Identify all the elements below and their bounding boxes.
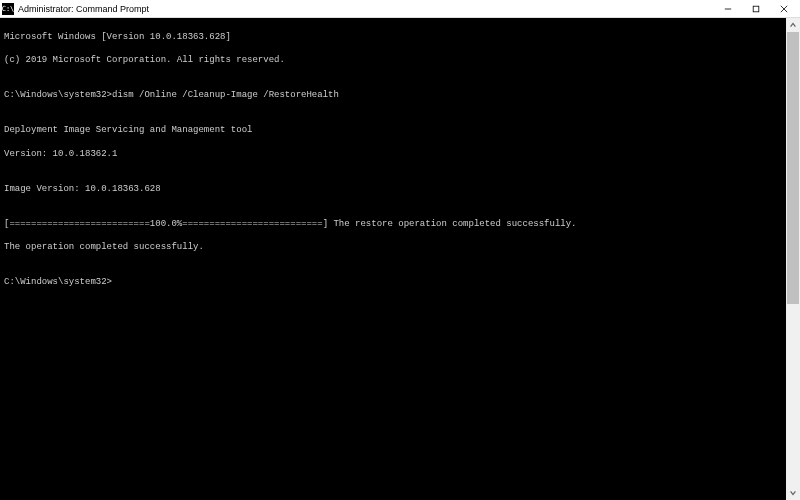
minimize-icon (724, 5, 732, 13)
svg-rect-1 (753, 6, 759, 12)
maximize-button[interactable] (742, 0, 770, 18)
terminal-output: Version: 10.0.18362.1 (4, 149, 796, 161)
close-button[interactable] (770, 0, 798, 18)
terminal-progress: [==========================100.0%=======… (4, 219, 796, 231)
scrollbar-track[interactable] (786, 32, 800, 486)
close-icon (780, 5, 788, 13)
chevron-down-icon (789, 489, 797, 497)
terminal-output: Microsoft Windows [Version 10.0.18363.62… (4, 32, 796, 44)
window-title: Administrator: Command Prompt (18, 4, 714, 14)
chevron-up-icon (789, 21, 797, 29)
vertical-scrollbar[interactable] (786, 18, 800, 500)
scroll-up-button[interactable] (786, 18, 800, 32)
prompt-path: C:\Windows\system32> (4, 277, 112, 287)
prompt-path: C:\Windows\system32> (4, 90, 112, 100)
titlebar: C:\ Administrator: Command Prompt (0, 0, 800, 18)
terminal-output: (c) 2019 Microsoft Corporation. All righ… (4, 55, 796, 67)
terminal-prompt-line: C:\Windows\system32>dism /Online /Cleanu… (4, 90, 796, 102)
prompt-command: dism /Online /Cleanup-Image /RestoreHeal… (112, 90, 339, 100)
scroll-down-button[interactable] (786, 486, 800, 500)
terminal-output: Deployment Image Servicing and Managemen… (4, 125, 796, 137)
scrollbar-thumb[interactable] (787, 32, 799, 304)
terminal-output: The operation completed successfully. (4, 242, 796, 254)
terminal-area[interactable]: Microsoft Windows [Version 10.0.18363.62… (0, 18, 800, 500)
terminal-prompt-line: C:\Windows\system32> (4, 277, 796, 289)
cmd-icon: C:\ (2, 3, 14, 15)
terminal-output: Image Version: 10.0.18363.628 (4, 184, 796, 196)
minimize-button[interactable] (714, 0, 742, 18)
window-controls (714, 0, 798, 18)
maximize-icon (752, 5, 760, 13)
